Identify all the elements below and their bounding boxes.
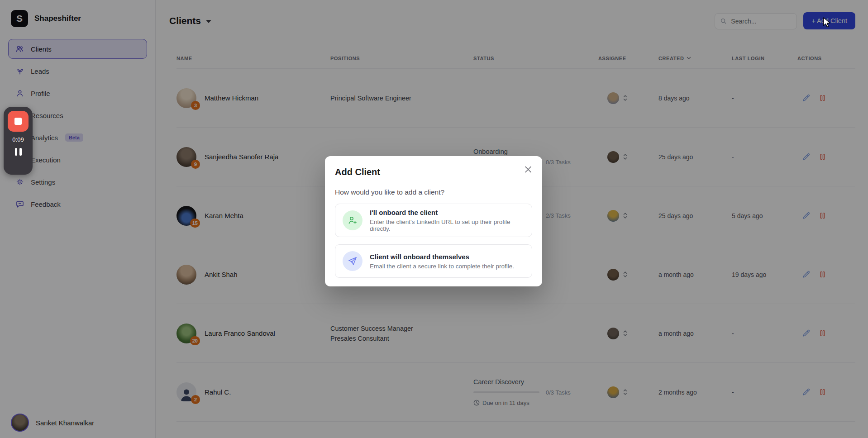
send-icon	[343, 251, 362, 271]
stop-recording-button[interactable]	[8, 111, 29, 132]
user-plus-icon	[343, 210, 362, 230]
recording-time: 0:09	[12, 136, 24, 143]
pause-icon	[15, 148, 17, 156]
option-title: I'll onboard the client	[370, 209, 525, 216]
option-desc: Email the client a secure link to comple…	[370, 263, 514, 270]
option-onboard-client[interactable]: I'll onboard the client Enter the client…	[335, 204, 532, 237]
modal-close-button[interactable]	[522, 163, 534, 175]
pause-recording-button[interactable]	[15, 148, 22, 156]
option-title: Client will onboard themselves	[370, 253, 514, 261]
stop-icon	[14, 118, 22, 125]
add-client-modal: Add Client How would you like to add a c…	[325, 156, 542, 286]
screen-recorder-widget: 0:09	[4, 107, 33, 175]
close-icon	[525, 166, 531, 173]
pause-icon	[19, 148, 22, 156]
modal-question: How would you like to add a client?	[335, 188, 532, 196]
option-client-self-onboard[interactable]: Client will onboard themselves Email the…	[335, 244, 532, 278]
modal-title: Add Client	[335, 167, 532, 177]
option-desc: Enter the client's LinkedIn URL to set u…	[370, 219, 525, 232]
